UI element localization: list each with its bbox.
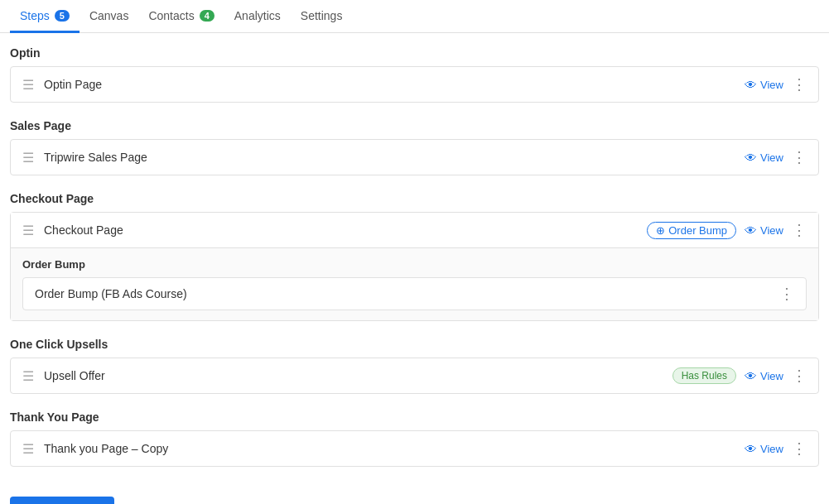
eye-icon: 👁 <box>745 369 757 383</box>
checkout-wrapper: ☰ Checkout Page ⊕ Order Bump 👁 View ⋮ Or… <box>10 212 819 321</box>
tab-analytics[interactable]: Analytics <box>224 1 291 33</box>
eye-icon: 👁 <box>745 442 757 456</box>
drag-icon[interactable]: ☰ <box>22 368 34 384</box>
order-bump-label: Order Bump <box>668 224 727 237</box>
section-upsells: One Click Upsells ☰ Upsell Offer Has Rul… <box>10 338 819 394</box>
more-options-icon[interactable]: ⋮ <box>779 285 794 303</box>
step-actions: 👁 View ⋮ <box>745 439 807 458</box>
view-label: View <box>760 79 783 91</box>
step-actions: 👁 View ⋮ <box>745 367 807 385</box>
tab-analytics-label: Analytics <box>234 9 281 22</box>
add-new-step-button[interactable]: Add New Step <box>10 497 114 504</box>
view-label: View <box>760 370 783 382</box>
view-button[interactable]: 👁 View <box>745 151 783 165</box>
view-label: View <box>760 224 783 237</box>
view-label: View <box>760 151 783 164</box>
section-checkout-title: Checkout Page <box>10 192 819 205</box>
drag-icon[interactable]: ☰ <box>22 150 34 166</box>
order-bump-section: Order Bump Order Bump (FB Ads Course) ⋮ <box>11 247 818 320</box>
view-button[interactable]: 👁 View <box>745 78 783 92</box>
tab-settings-label: Settings <box>301 9 343 22</box>
order-bump-section-title: Order Bump <box>22 258 807 271</box>
tab-canvas-label: Canvas <box>89 9 128 22</box>
section-thank-you: Thank You Page ☰ Thank you Page – Copy 👁… <box>10 410 819 467</box>
step-name: Optin Page <box>44 78 745 91</box>
order-bump-name: Order Bump (FB Ads Course) <box>35 287 779 300</box>
step-actions: 👁 View ⋮ <box>745 75 807 94</box>
more-options-icon[interactable]: ⋮ <box>792 439 807 458</box>
order-bump-button[interactable]: ⊕ Order Bump <box>647 222 736 239</box>
tab-canvas[interactable]: Canvas <box>80 1 138 33</box>
tab-settings[interactable]: Settings <box>291 1 353 33</box>
view-button[interactable]: 👁 View <box>745 442 783 456</box>
drag-icon[interactable]: ☰ <box>22 77 34 93</box>
table-row: ☰ Thank you Page – Copy 👁 View ⋮ <box>10 430 819 467</box>
drag-icon[interactable]: ☰ <box>22 441 34 457</box>
step-actions: ⊕ Order Bump 👁 View ⋮ <box>647 221 807 239</box>
more-options-icon[interactable]: ⋮ <box>792 75 807 94</box>
tab-contacts-badge: 4 <box>200 10 214 22</box>
step-name: Thank you Page – Copy <box>44 442 745 455</box>
eye-icon: 👁 <box>745 151 757 165</box>
section-sales-page: Sales Page ☰ Tripwire Sales Page 👁 View … <box>10 119 819 175</box>
main-content: Optin ☰ Optin Page 👁 View ⋮ Sales Page ☰… <box>0 33 829 504</box>
tab-steps[interactable]: Steps 5 <box>10 1 80 33</box>
table-row: Order Bump (FB Ads Course) ⋮ <box>22 277 807 310</box>
step-actions: 👁 View ⋮ <box>745 148 807 166</box>
more-options-icon[interactable]: ⋮ <box>792 221 807 239</box>
section-checkout-page: Checkout Page ☰ Checkout Page ⊕ Order Bu… <box>10 192 819 321</box>
view-button[interactable]: 👁 View <box>745 223 783 238</box>
table-row: ☰ Checkout Page ⊕ Order Bump 👁 View ⋮ <box>11 213 818 247</box>
step-name: Upsell Offer <box>44 369 672 382</box>
tab-steps-badge: 5 <box>55 10 70 22</box>
eye-icon: 👁 <box>745 223 757 238</box>
drag-icon[interactable]: ☰ <box>22 223 34 238</box>
step-name: Tripwire Sales Page <box>44 151 745 164</box>
tabs-bar: Steps 5 Canvas Contacts 4 Analytics Sett… <box>0 0 829 33</box>
view-label: View <box>760 443 783 455</box>
tab-steps-label: Steps <box>20 9 50 22</box>
plus-circle-icon: ⊕ <box>656 224 665 237</box>
more-options-icon[interactable]: ⋮ <box>792 367 807 385</box>
table-row: ☰ Tripwire Sales Page 👁 View ⋮ <box>10 139 819 175</box>
section-thank-you-title: Thank You Page <box>10 410 819 424</box>
tab-contacts-label: Contacts <box>148 9 194 22</box>
section-upsells-title: One Click Upsells <box>10 338 819 351</box>
table-row: ☰ Optin Page 👁 View ⋮ <box>10 66 819 103</box>
section-optin-title: Optin <box>10 46 819 60</box>
section-optin: Optin ☰ Optin Page 👁 View ⋮ <box>10 46 819 103</box>
has-rules-badge: Has Rules <box>672 367 736 384</box>
more-options-icon[interactable]: ⋮ <box>792 148 807 166</box>
view-button[interactable]: 👁 View <box>745 369 783 383</box>
section-sales-title: Sales Page <box>10 119 819 132</box>
eye-icon: 👁 <box>745 78 757 92</box>
step-name: Checkout Page <box>44 223 647 237</box>
table-row: ☰ Upsell Offer Has Rules 👁 View ⋮ <box>10 358 819 394</box>
tab-contacts[interactable]: Contacts 4 <box>138 1 224 33</box>
